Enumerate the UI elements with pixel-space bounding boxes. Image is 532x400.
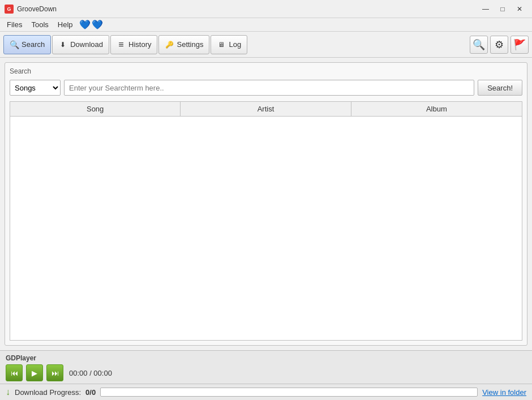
search-row: Songs Artists Albums Playlists Search! — [10, 80, 522, 96]
next-button[interactable]: ⏭ — [46, 364, 63, 381]
player-label: GDPlayer — [6, 354, 526, 362]
player-time: 00:00 / 00:00 — [69, 369, 112, 377]
log-tab-label: Log — [229, 40, 241, 49]
search-section-title: Search — [10, 67, 522, 75]
log-tab-icon: 🖥 — [217, 40, 226, 49]
prev-button[interactable]: ⏮ — [6, 364, 23, 381]
heart-icon-1: 💙 — [80, 20, 90, 30]
search-magnifier-icon: 🔍 — [473, 38, 485, 51]
search-button[interactable]: Search! — [478, 80, 522, 96]
play-icon: ▶ — [32, 369, 37, 377]
title-bar: G GrooveDown — □ ✕ — [0, 0, 532, 18]
download-arrow-icon: ↓ — [6, 387, 10, 397]
minimize-button[interactable]: — — [478, 3, 494, 15]
menu-files[interactable]: Files — [2, 19, 27, 30]
heart-icon-2: 💙 — [92, 20, 102, 30]
history-tab-icon: ≡ — [117, 40, 126, 49]
search-input[interactable] — [64, 80, 474, 96]
menu-bar: Files Tools Help 💙 💙 — [0, 18, 532, 32]
tab-log[interactable]: 🖥 Log — [211, 35, 247, 54]
view-in-folder-link[interactable]: View in folder — [482, 388, 526, 397]
window-controls: — □ ✕ — [478, 3, 527, 15]
play-button[interactable]: ▶ — [26, 364, 43, 381]
window-title: GrooveDown — [17, 5, 478, 13]
tab-history[interactable]: ≡ History — [110, 35, 157, 54]
search-icon-button[interactable]: 🔍 — [470, 36, 488, 54]
search-section: Search Songs Artists Albums Playlists Se… — [5, 62, 527, 346]
next-icon: ⏭ — [52, 369, 59, 377]
col-album: Album — [351, 102, 522, 116]
progress-bar-container — [100, 388, 478, 397]
flag-icon-button[interactable]: 🚩 — [510, 36, 529, 54]
app-icon: G — [5, 5, 14, 14]
col-artist: Artist — [181, 102, 351, 116]
main-content: Search Songs Artists Albums Playlists Se… — [0, 58, 532, 350]
col-song: Song — [10, 102, 181, 116]
menu-tools[interactable]: Tools — [27, 19, 53, 30]
flag-icon: 🚩 — [513, 38, 526, 51]
download-count: 0/0 — [85, 388, 96, 397]
results-header: Song Artist Album — [10, 102, 522, 117]
toolbar: 🔍 Search ⬇ Download ≡ History 🔑 Settings… — [0, 32, 532, 58]
menu-help[interactable]: Help — [53, 19, 78, 30]
search-type-select[interactable]: Songs Artists Albums Playlists — [10, 80, 61, 96]
results-table: Song Artist Album — [10, 101, 522, 341]
tab-search[interactable]: 🔍 Search — [3, 35, 51, 54]
history-tab-label: History — [128, 40, 151, 49]
download-bar-section: ↓ Download Progress: 0/0 View in folder — [0, 384, 532, 400]
settings-tab-icon: 🔑 — [165, 40, 174, 49]
player-controls: ⏮ ▶ ⏭ 00:00 / 00:00 — [6, 364, 526, 381]
tab-download[interactable]: ⬇ Download — [52, 35, 109, 54]
gear-icon: ⚙ — [495, 38, 504, 51]
prev-icon: ⏮ — [11, 369, 18, 377]
toolbar-right: 🔍 ⚙ 🚩 — [470, 36, 529, 54]
search-tab-label: Search — [22, 40, 45, 49]
search-tab-icon: 🔍 — [10, 40, 19, 49]
results-body — [10, 117, 522, 286]
player-section: GDPlayer ⏮ ▶ ⏭ 00:00 / 00:00 — [0, 350, 532, 384]
download-tab-label: Download — [70, 40, 103, 49]
gear-icon-button[interactable]: ⚙ — [490, 36, 508, 54]
maximize-button[interactable]: □ — [495, 3, 510, 15]
download-tab-icon: ⬇ — [58, 40, 67, 49]
tab-settings[interactable]: 🔑 Settings — [158, 35, 209, 54]
settings-tab-label: Settings — [177, 40, 203, 49]
download-progress-label: Download Progress: — [15, 388, 81, 397]
close-button[interactable]: ✕ — [512, 3, 527, 15]
